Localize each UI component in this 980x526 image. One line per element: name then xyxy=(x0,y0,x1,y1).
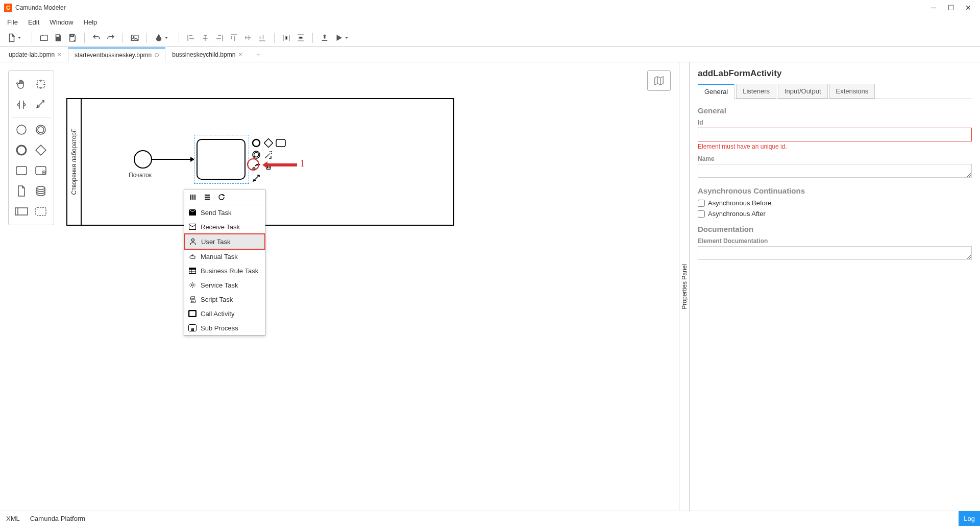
tab-update-lab[interactable]: update-lab.bpmn × xyxy=(2,47,68,62)
props-tab-io[interactable]: Input/Output xyxy=(778,84,828,99)
menu-item-service-task[interactable]: Service Task xyxy=(184,278,265,292)
align-top-button[interactable] xyxy=(228,32,239,43)
toolbar xyxy=(0,29,980,47)
bpmn-task[interactable] xyxy=(197,139,246,180)
tab-label: update-lab.bpmn xyxy=(9,51,55,58)
props-tab-listeners[interactable]: Listeners xyxy=(736,84,776,99)
menu-item-call-activity[interactable]: Call Activity xyxy=(184,306,265,321)
color-button[interactable] xyxy=(153,32,164,43)
palette-intermediate-event[interactable] xyxy=(34,123,48,137)
section-async: Asynchronous Continuations xyxy=(698,186,972,195)
align-right-button[interactable] xyxy=(214,32,225,43)
align-bottom-button[interactable] xyxy=(257,32,268,43)
menu-file[interactable]: File xyxy=(2,16,23,28)
menu-item-receive-task[interactable]: Receive Task xyxy=(184,220,265,234)
svg-rect-25 xyxy=(189,268,196,270)
async-before-row[interactable]: Asynchronous Before xyxy=(698,199,972,207)
menu-item-manual-task[interactable]: Manual Task xyxy=(184,249,265,264)
svg-rect-9 xyxy=(36,166,46,175)
menu-item-script-task[interactable]: Script Task xyxy=(184,292,265,306)
minimap-button[interactable] xyxy=(647,70,671,91)
name-input[interactable] xyxy=(698,164,972,178)
deploy-button[interactable] xyxy=(319,32,330,43)
properties-title: addLabFormActivity xyxy=(698,68,972,79)
window-close-button[interactable]: ✕ xyxy=(965,4,972,11)
menu-item-user-task[interactable]: User Task xyxy=(184,233,265,250)
palette-data-store[interactable] xyxy=(34,184,48,198)
id-input[interactable] xyxy=(698,128,972,141)
ctx-annotation[interactable] xyxy=(263,150,274,160)
async-after-row[interactable]: Asynchronous After xyxy=(698,210,972,218)
tab-close-icon[interactable]: × xyxy=(58,51,61,58)
palette-lasso-tool[interactable] xyxy=(34,77,48,91)
tab-starteventbussineskey[interactable]: starteventbussineskey.bpmn xyxy=(68,47,165,62)
ctx-append-gateway[interactable] xyxy=(263,138,274,148)
save-as-button[interactable] xyxy=(67,32,78,43)
distribute-h-button[interactable] xyxy=(281,32,292,43)
svg-rect-2 xyxy=(37,81,44,88)
svg-rect-12 xyxy=(15,208,28,215)
palette-start-event[interactable] xyxy=(14,123,29,137)
pool-label: Створення лабораторії xyxy=(67,99,82,225)
tab-dirty-icon xyxy=(155,53,159,57)
menu-item-send-task[interactable]: Send Task xyxy=(184,205,265,220)
properties-panel-toggle[interactable]: Properties Panel xyxy=(679,62,689,511)
palette-gateway[interactable] xyxy=(34,143,48,157)
id-label: Id xyxy=(698,119,972,126)
menu-window[interactable]: Window xyxy=(44,16,78,28)
image-button[interactable] xyxy=(129,32,140,43)
svg-rect-7 xyxy=(36,145,46,155)
redo-button[interactable] xyxy=(105,32,116,43)
menu-item-sub-process[interactable]: Sub Process xyxy=(184,321,265,335)
palette-pool[interactable] xyxy=(14,204,29,219)
async-before-checkbox[interactable] xyxy=(698,200,705,207)
new-file-button[interactable] xyxy=(6,32,17,43)
align-center-button[interactable] xyxy=(200,32,211,43)
palette-subprocess[interactable] xyxy=(34,163,48,178)
distribute-v-button[interactable] xyxy=(295,32,306,43)
doc-input[interactable] xyxy=(698,246,972,260)
ctx-append-task[interactable] xyxy=(276,138,286,148)
palette-hand-tool[interactable] xyxy=(14,77,29,91)
window-title: Camunda Modeler xyxy=(15,4,930,11)
palette-connect-tool[interactable] xyxy=(34,98,48,112)
start-event-label: Початок xyxy=(129,172,152,179)
bpmn-sequence-flow[interactable] xyxy=(152,159,194,160)
canvas[interactable]: Створення лабораторії Початок xyxy=(0,62,679,511)
properties-panel: addLabFormActivity General Listeners Inp… xyxy=(689,62,980,511)
save-button[interactable] xyxy=(53,32,64,43)
tab-close-icon[interactable]: × xyxy=(238,51,242,58)
palette-space-tool[interactable] xyxy=(14,98,29,112)
bpmn-start-event[interactable] xyxy=(134,150,152,169)
props-tab-extensions[interactable]: Extensions xyxy=(829,84,875,99)
open-file-button[interactable] xyxy=(38,32,50,43)
align-middle-button[interactable] xyxy=(242,32,254,43)
svg-point-6 xyxy=(17,146,26,155)
palette-group[interactable] xyxy=(34,204,48,219)
palette-data-object[interactable] xyxy=(14,184,29,198)
undo-button[interactable] xyxy=(91,32,102,43)
ctx-connect[interactable] xyxy=(251,173,261,183)
align-left-button[interactable] xyxy=(185,32,197,43)
service-task-icon xyxy=(188,281,197,289)
sub-process-icon xyxy=(188,324,197,332)
menu-edit[interactable]: Edit xyxy=(23,16,44,28)
run-button[interactable] xyxy=(333,32,345,43)
palette-task[interactable] xyxy=(14,163,29,178)
section-documentation: Documentation xyxy=(698,225,972,233)
call-activity-icon xyxy=(188,309,197,318)
props-tab-general[interactable]: General xyxy=(698,84,734,99)
menu-parallel-icon[interactable] xyxy=(188,193,198,202)
menu-loop-icon[interactable] xyxy=(217,193,226,202)
menu-help[interactable]: Help xyxy=(79,16,103,28)
menu-item-business-rule-task[interactable]: Business Rule Task xyxy=(184,264,265,278)
menu-sequential-icon[interactable] xyxy=(203,193,212,202)
ctx-append-end-event[interactable] xyxy=(251,138,261,148)
svg-point-11 xyxy=(37,186,45,189)
palette-end-event[interactable] xyxy=(14,143,29,157)
window-maximize-button[interactable]: ☐ xyxy=(947,4,954,11)
window-minimize-button[interactable]: ─ xyxy=(930,4,937,11)
async-after-checkbox[interactable] xyxy=(698,210,705,218)
tab-add-button[interactable]: + xyxy=(249,47,267,62)
tab-bussineskeychild[interactable]: bussineskeychild.bpmn × xyxy=(165,47,249,62)
